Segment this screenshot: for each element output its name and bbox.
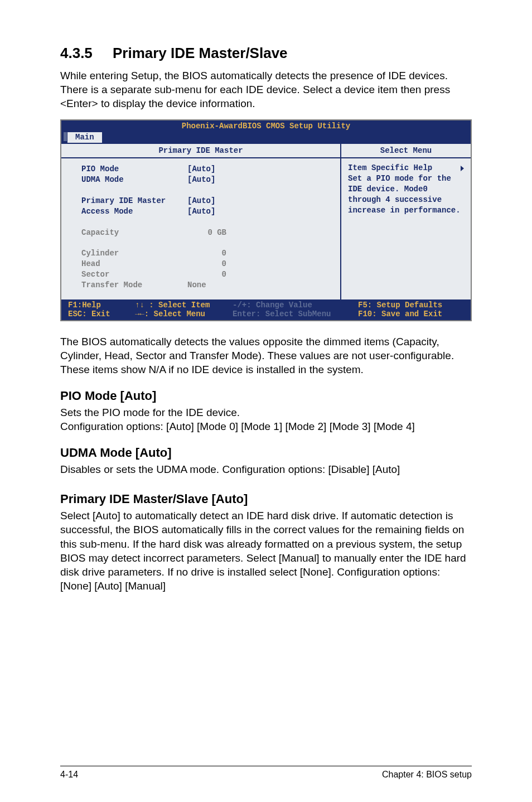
bios-row[interactable]: PIO Mode[Auto] bbox=[81, 164, 340, 175]
bios-item-label: Cylinder bbox=[81, 248, 187, 259]
bios-right-column: Select Menu Item Specific Help Set a PIO… bbox=[341, 144, 471, 299]
bios-item-label: Access Mode bbox=[81, 206, 187, 217]
bios-help-panel: Item Specific Help Set a PIO mode for th… bbox=[341, 158, 471, 299]
bios-item-value: 0 bbox=[187, 248, 249, 259]
bios-item-value: 0 bbox=[187, 259, 249, 269]
bios-item-label: Transfer Mode bbox=[81, 280, 187, 291]
bios-row bbox=[81, 238, 340, 248]
bios-row: Transfer ModeNone bbox=[81, 280, 340, 291]
bios-footer: F1:Help ESC: Exit ↑↓ : Select Item →←: S… bbox=[61, 299, 471, 320]
section-title: Primary IDE Master/Slave bbox=[113, 45, 288, 61]
bios-row bbox=[81, 217, 340, 228]
triangle-right-icon bbox=[461, 166, 464, 171]
bios-item-value: None bbox=[187, 280, 249, 291]
bios-item-value: [Auto] bbox=[187, 206, 249, 217]
section-number: 4.3.5 bbox=[60, 45, 93, 61]
bios-left-header: Primary IDE Master bbox=[61, 144, 340, 158]
key-select-submenu: Enter: Select SubMenu bbox=[233, 310, 358, 318]
bios-item-value: 0 GB bbox=[187, 228, 249, 238]
page-number: 4-14 bbox=[60, 770, 78, 780]
bios-left-column: Primary IDE Master PIO Mode[Auto]UDMA Mo… bbox=[61, 144, 341, 299]
bios-item-list: PIO Mode[Auto]UDMA Mode[Auto] Primary ID… bbox=[61, 158, 340, 299]
bios-item-label bbox=[81, 217, 187, 228]
bios-row[interactable]: UDMA Mode[Auto] bbox=[81, 175, 340, 185]
after-bios-paragraph: The BIOS automatically detects the value… bbox=[60, 335, 472, 376]
bios-item-label: Sector bbox=[81, 269, 187, 280]
key-help: F1:Help bbox=[68, 301, 135, 310]
bios-title: Phoenix-AwardBIOS CMOS Setup Utility bbox=[61, 120, 471, 132]
section-heading: 4.3.5 Primary IDE Master/Slave bbox=[60, 45, 472, 62]
bios-row: Capacity0 GB bbox=[81, 228, 340, 238]
bios-item-value: 0 bbox=[187, 269, 249, 280]
bios-row: Sector0 bbox=[81, 269, 340, 280]
subheading-udma: UDMA Mode [Auto] bbox=[60, 446, 472, 460]
primary-ide-desc: Select [Auto] to automatically detect an… bbox=[60, 509, 472, 592]
key-select-menu: →←: Select Menu bbox=[135, 310, 233, 318]
key-setup-defaults: F5: Setup Defaults bbox=[358, 301, 464, 310]
key-select-item: ↑↓ : Select Item bbox=[135, 301, 233, 310]
bios-item-label bbox=[81, 185, 187, 196]
key-save-exit: F10: Save and Exit bbox=[358, 310, 464, 318]
bios-item-value: [Auto] bbox=[187, 196, 249, 206]
bios-row: Cylinder0 bbox=[81, 248, 340, 259]
bios-item-label: Head bbox=[81, 259, 187, 269]
bios-screenshot: Phoenix-AwardBIOS CMOS Setup Utility Mai… bbox=[60, 119, 472, 321]
bios-item-label: Primary IDE Master bbox=[81, 196, 187, 206]
bios-row: Head0 bbox=[81, 259, 340, 269]
subheading-primary-ide: Primary IDE Master/Slave [Auto] bbox=[60, 492, 472, 506]
udma-desc: Disables or sets the UDMA mode. Configur… bbox=[60, 462, 472, 476]
bios-item-value bbox=[187, 217, 249, 228]
bios-right-header: Select Menu bbox=[341, 144, 471, 158]
bios-help-heading: Item Specific Help bbox=[348, 163, 432, 173]
bios-row[interactable]: Access Mode[Auto] bbox=[81, 206, 340, 217]
bios-item-value: [Auto] bbox=[187, 164, 249, 175]
bios-item-value bbox=[187, 238, 249, 248]
bios-item-value: [Auto] bbox=[187, 175, 249, 185]
pio-desc-2: Configuration options: [Auto] [Mode 0] [… bbox=[60, 419, 472, 433]
bios-item-value bbox=[187, 185, 249, 196]
key-exit: ESC: Exit bbox=[68, 310, 135, 318]
subheading-pio: PIO Mode [Auto] bbox=[60, 389, 472, 403]
bios-tabbar: Main bbox=[61, 132, 471, 143]
bios-item-label: Capacity bbox=[81, 228, 187, 238]
bios-row bbox=[81, 185, 340, 196]
bios-body: Primary IDE Master PIO Mode[Auto]UDMA Mo… bbox=[61, 143, 471, 299]
bios-item-label: PIO Mode bbox=[81, 164, 187, 175]
bios-item-label bbox=[81, 238, 187, 248]
bios-row[interactable]: Primary IDE Master[Auto] bbox=[81, 196, 340, 206]
pio-desc-1: Sets the PIO mode for the IDE device. bbox=[60, 405, 472, 419]
key-change-value: -/+: Change Value bbox=[233, 301, 358, 310]
bios-tab-main[interactable]: Main bbox=[67, 132, 103, 143]
bios-help-text: Set a PIO mode for the IDE device. Mode0… bbox=[348, 173, 465, 216]
intro-paragraph: While entering Setup, the BIOS automatic… bbox=[60, 69, 472, 110]
bios-item-label: UDMA Mode bbox=[81, 175, 187, 185]
chapter-label: Chapter 4: BIOS setup bbox=[382, 770, 472, 780]
page-footer: 4-14 Chapter 4: BIOS setup bbox=[60, 766, 472, 780]
